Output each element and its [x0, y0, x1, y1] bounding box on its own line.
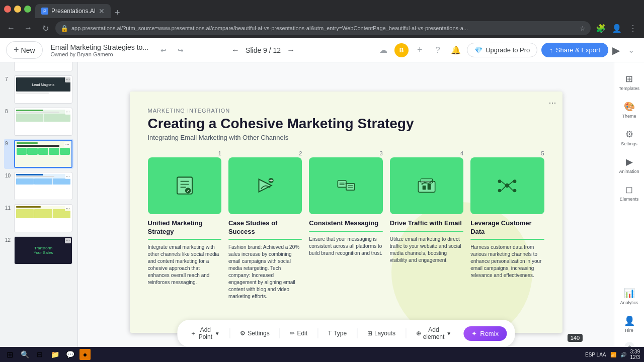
elements-icon: ◻ [625, 184, 633, 195]
taskbar-left: ⊞ 🔍 ⊟ 📁 💬 ● [4, 349, 91, 360]
add-point-icon: ＋ [190, 329, 196, 338]
toolbar-divider-4 [357, 328, 357, 338]
play-button[interactable]: ▶ [612, 44, 620, 56]
add-account-btn[interactable]: + [413, 43, 427, 57]
maximize-window-btn[interactable] [24, 6, 31, 13]
slide-9-more[interactable]: ··· [64, 142, 70, 147]
forward-btn[interactable]: → [21, 21, 35, 35]
slide-thumb-12[interactable]: 12 TransformYour Sales ··· [4, 235, 73, 265]
add-point-chevron: ▼ [215, 331, 220, 336]
undo-btn[interactable]: ↩ [156, 43, 171, 57]
card-3: 3 Consistent [309, 150, 382, 300]
hire-icon: 👤 [624, 315, 635, 326]
upgrade-button[interactable]: 💎 Upgrade to Pro [467, 43, 537, 57]
add-element-btn[interactable]: ⊕ Add element ▼ [411, 324, 457, 343]
share-label: Share & Export [556, 46, 600, 54]
templates-label: Templates [619, 86, 639, 91]
sidebar-item-theme[interactable]: 🎨 Theme [614, 96, 644, 124]
share-icon: ↑ [549, 46, 553, 54]
slide-thumb-8[interactable]: 8 ··· [4, 107, 73, 137]
redo-btn[interactable]: ↪ [174, 43, 188, 57]
sidebar-item-elements[interactable]: ◻ Elements [614, 179, 644, 207]
slide-more-options[interactable]: ··· [548, 98, 556, 108]
remix-button[interactable]: ✦ Remix [463, 326, 507, 341]
menu-icon[interactable]: ⋮ [626, 21, 640, 35]
help-btn[interactable]: ? [431, 43, 445, 57]
windows-start-btn[interactable]: ⊞ [4, 349, 15, 360]
slide-8-more[interactable]: ··· [65, 109, 71, 115]
bottom-toolbar: ＋ Add Point ▼ ⚙ Settings ✏ Edit T Type ⊞ [177, 320, 515, 347]
cloud-btn[interactable]: ☁ [376, 43, 390, 57]
slide-thumb-9[interactable]: 9 ··· [4, 139, 73, 169]
slide-thumb-10[interactable]: 10 ··· [4, 171, 73, 201]
analytics-icon: 📊 [624, 288, 635, 299]
app-layout: 6 ··· 7 Lead Magnets ··· [0, 38, 644, 362]
profile-icon[interactable]: 👤 [610, 21, 624, 35]
slide-thumb-11[interactable]: 11 ··· [4, 203, 73, 233]
browser-toolbar-icons: 🧩 👤 ⋮ [594, 21, 640, 35]
more-options-btn[interactable]: ⌄ [624, 43, 638, 57]
slide-7-more[interactable]: ··· [65, 77, 71, 82]
share-button[interactable]: ↑ Share & Export [541, 43, 608, 57]
tab-close-btn[interactable]: ✕ [99, 7, 105, 15]
add-point-label: Add Point [198, 326, 213, 340]
taskbar-chat-btn[interactable]: 💬 [64, 349, 75, 360]
sidebar-item-analytics[interactable]: 📊 Analytics [614, 283, 644, 310]
slide-num-12: 12 [5, 236, 12, 243]
slide-12-more[interactable]: ··· [65, 238, 71, 243]
taskbar-view-btn[interactable]: ⊟ [34, 349, 45, 360]
back-btn[interactable]: ← [4, 21, 18, 35]
settings-sidebar-label: Settings [621, 141, 637, 146]
edit-btn[interactable]: ✏ Edit [285, 327, 312, 339]
theme-icon: 🎨 [624, 101, 635, 112]
settings-btn[interactable]: ⚙ Settings [235, 327, 274, 339]
new-button[interactable]: + New [6, 41, 43, 59]
active-tab[interactable]: P Presentations.AI ✕ [35, 4, 111, 18]
avatar[interactable]: B [394, 43, 409, 57]
slide-subtitle: Integrating Email Marketing with Other C… [148, 134, 544, 141]
svg-line-28 [509, 187, 513, 191]
analytics-label: Analytics [620, 300, 638, 305]
address-bar[interactable]: 🔒 app.presentations.ai/?utm_source=www.p… [55, 21, 591, 35]
new-tab-btn[interactable]: + [111, 8, 124, 18]
sidebar-item-animation[interactable]: ▶ Animation [614, 151, 644, 179]
next-slide-btn[interactable]: → [285, 44, 297, 57]
slide-thumb-img-7: Lead Magnets ··· [14, 75, 72, 104]
taskbar-files-btn[interactable]: 📁 [49, 349, 60, 360]
extensions-icon[interactable]: 🧩 [594, 21, 608, 35]
close-window-btn[interactable] [4, 6, 11, 13]
svg-point-24 [513, 189, 517, 193]
card-divider-5 [470, 239, 544, 240]
refresh-btn[interactable]: ↻ [38, 21, 52, 35]
minimize-window-btn[interactable] [14, 6, 21, 13]
type-btn[interactable]: T Type [323, 327, 352, 339]
browser-tabs: P Presentations.AI ✕ + [35, 0, 640, 18]
slide-10-more[interactable]: ··· [65, 173, 71, 179]
star-icon[interactable]: ☆ [580, 25, 586, 32]
slide-thumb-img-9: ··· [14, 140, 72, 168]
network-icon: 📶 [610, 352, 616, 357]
templates-icon: ⊞ [625, 73, 633, 84]
prev-slide-btn[interactable]: ← [229, 44, 242, 57]
sidebar-item-hire[interactable]: 👤 Hire [614, 310, 644, 338]
svg-rect-18 [423, 186, 426, 190]
file-info: Email Marketing Strategies to... Owned b… [47, 43, 149, 57]
sidebar-item-settings[interactable]: ⚙ Settings [614, 124, 644, 151]
card-icon-5 [470, 157, 544, 214]
notifications-btn[interactable]: 🔔 [449, 43, 463, 57]
slide-header: MARKETING INTEGRATION Creating a Cohesiv… [148, 108, 544, 141]
taskbar-search-btn[interactable]: 🔍 [19, 349, 30, 360]
slide-nav: ← Slide 9 / 12 → [229, 44, 297, 57]
app-topbar: + New Email Marketing Strategies to... O… [0, 38, 644, 62]
card-divider-3 [309, 231, 382, 232]
slide-thumb-7[interactable]: 7 Lead Magnets ··· [4, 74, 73, 105]
taskbar-browser-btn[interactable]: ● [79, 349, 91, 360]
sidebar-item-templates[interactable]: ⊞ Templates [614, 68, 644, 96]
topbar-right: ☁ B + ? 🔔 💎 Upgrade to Pro ↑ Share & Exp… [376, 43, 638, 57]
slide-11-more[interactable]: ··· [65, 206, 71, 211]
edit-label: Edit [297, 330, 307, 337]
slide-canvas[interactable]: ··· MARKETING INTEGRATION Creating a Coh… [130, 92, 562, 333]
add-point-btn[interactable]: ＋ Add Point ▼ [185, 324, 225, 343]
address-bar-row: ← → ↻ 🔒 app.presentations.ai/?utm_source… [0, 18, 644, 38]
layouts-btn[interactable]: ⊞ Layouts [362, 327, 400, 339]
